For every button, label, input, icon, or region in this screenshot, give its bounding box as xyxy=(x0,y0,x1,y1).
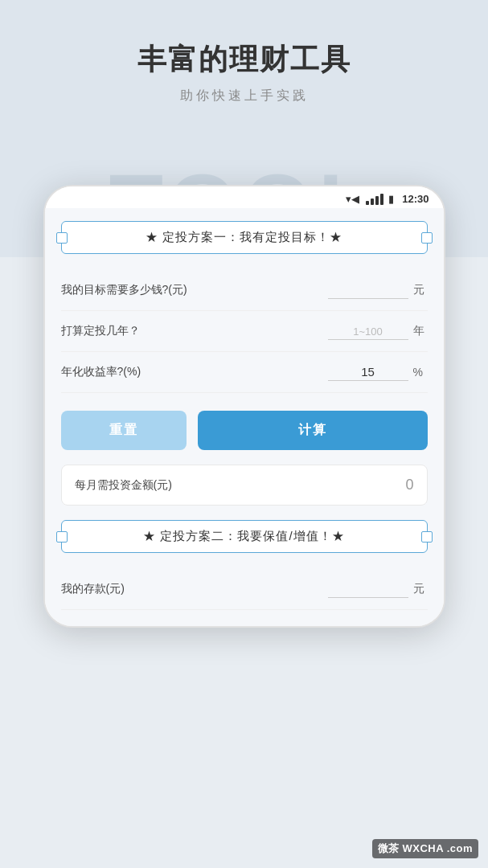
watermark-code: WXCHA xyxy=(402,842,444,854)
savings-input-wrap: 元 xyxy=(328,580,428,598)
signal-icon xyxy=(366,194,383,205)
wifi-icon: ▾◀ xyxy=(346,193,359,205)
watermark-domain: .com xyxy=(447,842,473,854)
phone-mockup: ▾◀ ▮ 12:30 ★ 定投方案一：我有定投目标！★ 我的目标需要多少钱?(元… xyxy=(43,185,445,628)
return-rate-label: 年化收益率?(%) xyxy=(61,365,328,379)
years-input-wrap: 年 xyxy=(328,322,428,340)
reset-button[interactable]: 重置 xyxy=(61,411,187,450)
years-input[interactable] xyxy=(328,322,408,340)
return-rate-input[interactable] xyxy=(328,363,408,381)
watermark-brand: 微茶 xyxy=(378,842,400,854)
status-time: 12:30 xyxy=(402,193,429,205)
return-rate-row: 年化收益率?(%) % xyxy=(61,352,428,393)
savings-label: 我的存款(元) xyxy=(61,582,328,596)
status-bar: ▾◀ ▮ 12:30 xyxy=(45,186,444,208)
years-row: 打算定投几年？ 年 xyxy=(61,311,428,352)
target-amount-unit: 元 xyxy=(413,283,428,297)
target-amount-label: 我的目标需要多少钱?(元) xyxy=(61,283,328,297)
return-rate-unit: % xyxy=(413,366,428,379)
calc-button[interactable]: 计算 xyxy=(198,411,427,450)
target-amount-input[interactable] xyxy=(328,281,408,299)
sub-title: 助你快速上手实践 xyxy=(180,88,309,104)
years-label: 打算定投几年？ xyxy=(61,324,328,338)
battery-icon: ▮ xyxy=(388,193,394,205)
main-title: 丰富的理财工具 xyxy=(137,40,351,80)
section2-badge: ★ 定投方案二：我要保值/增值！★ xyxy=(61,520,428,553)
watermark: 微茶 WXCHA .com xyxy=(372,839,478,858)
phone-content: ★ 定投方案一：我有定投目标！★ 我的目标需要多少钱?(元) 元 打算定投几年？… xyxy=(45,208,444,626)
result-row: 每月需投资金额(元) 0 xyxy=(61,465,428,506)
savings-input[interactable] xyxy=(328,580,408,598)
target-amount-input-wrap: 元 xyxy=(328,281,428,299)
result-value: 0 xyxy=(405,477,413,493)
savings-unit: 元 xyxy=(413,582,428,596)
years-unit: 年 xyxy=(413,324,428,338)
buttons-row: 重置 计算 xyxy=(61,411,428,450)
return-rate-input-wrap: % xyxy=(328,363,428,381)
result-label: 每月需投资金额(元) xyxy=(75,478,172,493)
section1-badge: ★ 定投方案一：我有定投目标！★ xyxy=(61,221,428,254)
target-amount-row: 我的目标需要多少钱?(元) 元 xyxy=(61,270,428,311)
savings-row: 我的存款(元) 元 xyxy=(61,569,428,610)
